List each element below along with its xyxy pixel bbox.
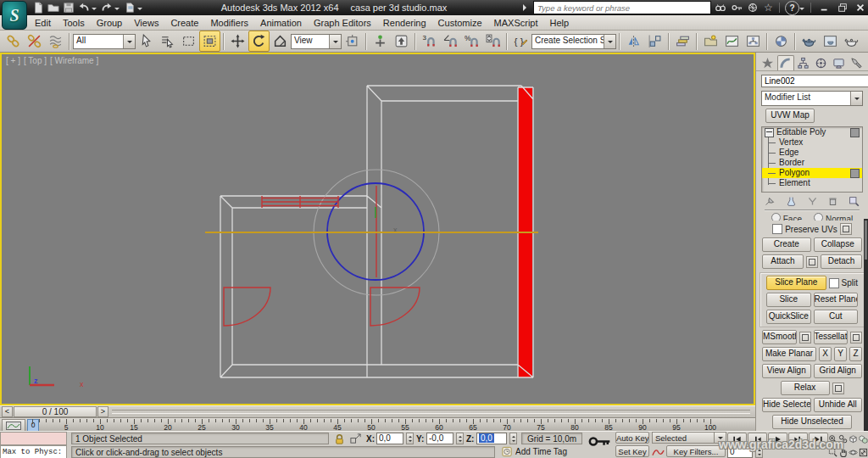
time-tag-icon[interactable] — [502, 446, 513, 457]
stack-subobject-edge[interactable]: Edge — [762, 148, 862, 158]
menu-item[interactable]: Animation — [254, 15, 308, 31]
vmpp25-custom-button[interactable]: VMPP25 — [862, 36, 868, 46]
close-button[interactable] — [852, 2, 868, 14]
tessellate-button[interactable]: Tessellate — [814, 330, 849, 344]
relax-settings-button[interactable] — [832, 383, 844, 394]
make-unique-icon[interactable] — [807, 196, 818, 207]
undo-flyout-arrow[interactable] — [92, 8, 97, 13]
select-and-scale-button[interactable] — [270, 31, 291, 52]
menu-item[interactable]: Graph Editors — [308, 15, 377, 31]
menu-item[interactable]: Edit — [29, 15, 57, 31]
object-name-field[interactable] — [761, 75, 868, 87]
key-filters-curve-icon[interactable] — [652, 446, 665, 457]
key-filters-button[interactable]: Key Filters... — [666, 445, 726, 457]
mini-curve-editor-button[interactable] — [2, 419, 25, 432]
edit-named-selection-sets-button[interactable]: { } — [510, 31, 531, 52]
menu-item[interactable]: Create — [164, 15, 204, 31]
window-crossing-toggle-button[interactable] — [199, 31, 220, 52]
stack-onoff-icon[interactable] — [850, 169, 860, 178]
render-setup-button[interactable] — [798, 31, 820, 52]
material-editor-button[interactable] — [771, 31, 792, 52]
graphite-ribbon-toggle-button[interactable] — [700, 31, 721, 52]
select-and-move-button[interactable] — [227, 31, 248, 52]
rectangular-selection-region-button[interactable] — [178, 31, 199, 52]
select-object-button[interactable] — [136, 31, 157, 52]
search-icon[interactable] — [713, 2, 727, 14]
preserve-uvs-settings-button[interactable] — [840, 223, 852, 235]
tab-hierarchy[interactable] — [795, 55, 812, 70]
planar-y-button[interactable]: Y — [834, 347, 847, 361]
select-and-manipulate-button[interactable] — [370, 31, 391, 52]
selection-filter-dropdown[interactable]: All — [73, 34, 136, 49]
menu-item[interactable]: Customize — [432, 15, 488, 31]
constraint-normal-radio[interactable]: Normal — [814, 213, 853, 221]
menu-item[interactable]: Views — [128, 15, 164, 31]
menu-item[interactable]: Help — [544, 15, 576, 31]
viewport-pov-menu[interactable]: [ Top ] — [24, 56, 47, 65]
new-scene-button[interactable] — [31, 2, 46, 14]
uvw-map-button[interactable]: UVW Map — [765, 109, 815, 123]
dropdown-arrow-icon[interactable] — [329, 35, 341, 48]
grid-align-button[interactable]: Grid Align — [814, 364, 863, 378]
make-planar-button[interactable]: Make Planar — [762, 347, 816, 361]
keyboard-shortcut-override-button[interactable] — [391, 31, 412, 52]
infocenter-flyout-arrow[interactable] — [523, 4, 530, 11]
pin-stack-icon[interactable] — [765, 196, 776, 207]
collapse-button[interactable]: Collapse — [814, 237, 863, 252]
open-file-button[interactable] — [46, 2, 61, 14]
tab-display[interactable] — [830, 55, 847, 70]
project-folder-button[interactable] — [122, 2, 137, 14]
align-button[interactable] — [644, 31, 665, 52]
dropdown-arrow-icon[interactable] — [123, 35, 135, 48]
menu-item[interactable]: Modifiers — [204, 15, 254, 31]
planar-x-button[interactable]: X — [819, 347, 832, 361]
menu-item[interactable]: Tools — [57, 15, 91, 31]
menu-item[interactable]: MAXScript — [488, 15, 544, 31]
show-end-result-icon[interactable] — [786, 196, 797, 207]
curve-editor-button[interactable] — [721, 31, 743, 52]
attach-button[interactable]: Attach — [762, 254, 804, 269]
detach-button[interactable]: Detach — [821, 254, 862, 269]
restore-button[interactable] — [834, 2, 850, 14]
current-frame-marker[interactable]: 0 — [27, 419, 39, 432]
preserve-uvs-checkbox[interactable] — [772, 224, 782, 234]
key-mode-icon[interactable] — [588, 434, 611, 449]
time-slider-track[interactable] — [112, 410, 750, 414]
planar-z-button[interactable]: Z — [849, 347, 862, 361]
viewport-general-menu[interactable]: [ + ] — [6, 56, 20, 65]
stack-subobject-border[interactable]: Border — [762, 158, 862, 168]
hide-unselected-button[interactable]: Hide Unselected — [772, 415, 852, 429]
slice-plane-button-active[interactable]: Slice Plane — [766, 276, 826, 290]
use-pivot-point-center-button[interactable] — [342, 31, 363, 52]
favorites-star-icon[interactable]: ☆ — [761, 2, 776, 14]
angle-snap-toggle-button[interactable] — [440, 31, 461, 52]
configure-modifier-sets-icon[interactable] — [849, 196, 860, 207]
msmooth-settings-button[interactable] — [799, 332, 811, 344]
collapse-stack-icon[interactable] — [765, 128, 774, 137]
percent-snap-toggle-button[interactable]: % — [461, 31, 482, 52]
help-flyout-arrow[interactable] — [799, 8, 804, 13]
layer-manager-button[interactable] — [672, 31, 693, 52]
attach-settings-button[interactable] — [806, 256, 818, 268]
next-frame-slider-button[interactable]: > — [97, 406, 108, 417]
add-time-tag-label[interactable]: Add Time Tag — [515, 446, 567, 458]
stack-subobject-vertex[interactable]: Vertex — [762, 137, 862, 148]
tab-modify[interactable] — [777, 55, 794, 70]
subscription-key-icon[interactable] — [729, 2, 743, 14]
communication-center-icon[interactable] — [745, 2, 760, 14]
tab-create[interactable] — [760, 55, 776, 70]
create-button[interactable]: Create — [762, 237, 811, 252]
top-viewport[interactable]: [ + ] [ Top ] [ Wireframe ] x — [0, 53, 755, 405]
view-align-button[interactable]: View Align — [762, 364, 811, 378]
help-search-input[interactable] — [533, 1, 711, 14]
stack-onoff-icon[interactable] — [850, 128, 860, 137]
maxscript-mini-listener[interactable]: Max to Physc: — [0, 445, 67, 458]
redo-flyout-arrow[interactable] — [114, 8, 120, 13]
schematic-view-button[interactable] — [743, 31, 764, 52]
bind-to-space-warp-button[interactable] — [45, 31, 66, 52]
x-spinner[interactable] — [406, 433, 414, 444]
project-flyout-arrow[interactable] — [137, 8, 142, 13]
select-and-link-button[interactable] — [3, 31, 24, 52]
mirror-button[interactable] — [623, 31, 644, 52]
selection-lock-toggle[interactable] — [333, 433, 346, 445]
